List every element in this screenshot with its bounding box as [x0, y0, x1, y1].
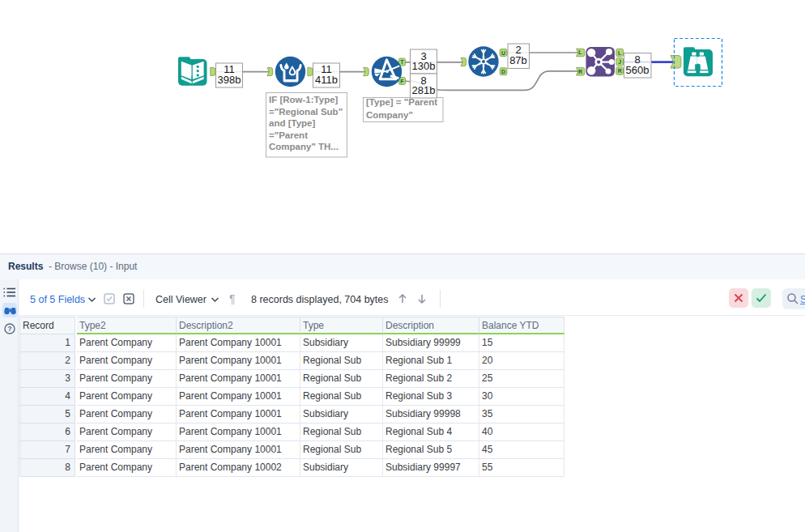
svg-text:411b: 411b — [315, 74, 338, 86]
svg-text:J: J — [618, 59, 621, 65]
svg-text:="Parent: ="Parent — [269, 130, 308, 140]
svg-text:[Type] = "Parent: [Type] = "Parent — [366, 97, 437, 107]
svg-text:U: U — [501, 50, 505, 56]
svg-text:Company": Company" — [366, 110, 413, 120]
svg-text:R: R — [578, 69, 582, 74]
svg-text:?: ? — [7, 325, 12, 333]
svg-text:560b: 560b — [626, 64, 650, 76]
svg-text:="Regional Sub": ="Regional Sub" — [269, 107, 343, 117]
svg-text:IF [Row-1:Type]: IF [Row-1:Type] — [269, 95, 339, 104]
svg-text:D: D — [501, 69, 505, 74]
svg-text:281b: 281b — [412, 84, 436, 96]
svg-text:R: R — [618, 68, 622, 74]
svg-text:L: L — [618, 50, 622, 56]
svg-text:398b: 398b — [218, 74, 241, 86]
svg-text:Company" TH...: Company" TH... — [269, 142, 339, 151]
svg-text:L: L — [578, 49, 582, 55]
svg-text:T: T — [400, 59, 404, 65]
svg-text:130b: 130b — [412, 60, 436, 72]
svg-text:F: F — [400, 79, 404, 84]
svg-text:87b: 87b — [509, 54, 527, 66]
svg-text:and [Type]: and [Type] — [269, 118, 315, 128]
